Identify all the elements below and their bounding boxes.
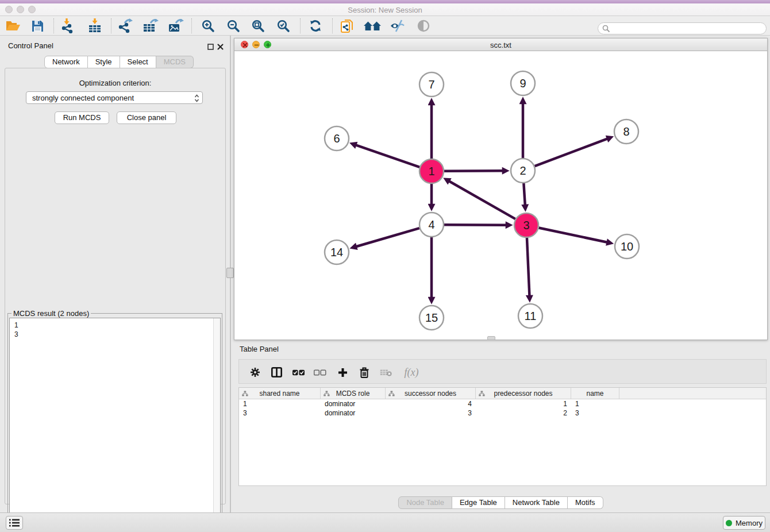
table-cell: 2 [476, 408, 571, 418]
tree-icon [479, 391, 485, 396]
import-network-button[interactable] [57, 18, 78, 34]
network-file-title: scc.txt [234, 41, 767, 49]
add-column-button[interactable] [333, 364, 352, 380]
graph-node-label: 2 [519, 164, 526, 177]
graph-edge-3-10[interactable] [539, 228, 607, 242]
column-header-filler [619, 388, 766, 399]
export-network-button[interactable] [115, 18, 136, 34]
mcds-tab-content: Optimization criterion: strongly connect… [5, 68, 226, 504]
first-neighbors-button[interactable] [362, 18, 383, 34]
mcds-result-textarea[interactable]: 1 3 [9, 318, 221, 530]
column-header-shared-name[interactable]: shared name [239, 388, 321, 399]
main-titlebar: Session: New Session [0, 3, 770, 16]
memory-button[interactable]: Memory [723, 516, 765, 530]
tree-icon [324, 391, 330, 396]
deselect-all-button[interactable] [311, 364, 329, 380]
tab-network-table[interactable]: Network Table [505, 496, 568, 509]
hide-details-button[interactable] [387, 18, 408, 34]
apply-function-button: f(x) [399, 364, 424, 380]
tab-node-table[interactable]: Node Table [398, 496, 452, 509]
graph-node-label: 8 [623, 125, 629, 138]
import-table-button[interactable] [84, 18, 105, 34]
table-cell: 1 [239, 399, 321, 408]
tab-style[interactable]: Style [88, 56, 120, 68]
node-table: shared nameMCDS rolesuccessor nodesprede… [238, 387, 767, 486]
graph-edge-2-8[interactable] [535, 138, 608, 166]
tab-network[interactable]: Network [44, 56, 88, 68]
close-panel-button[interactable]: Close panel [117, 111, 176, 124]
zoom-fit-button[interactable] [248, 18, 268, 34]
tab-edge-table[interactable]: Edge Table [452, 496, 505, 509]
table-settings-button[interactable] [246, 364, 264, 380]
graph-node-label: 7 [428, 78, 434, 91]
import-network-icon [60, 18, 75, 33]
table-row[interactable]: 1dominator411 [239, 399, 766, 408]
tab-select[interactable]: Select [120, 56, 156, 68]
split-columns-button[interactable] [267, 364, 286, 380]
graph-edge-3-1[interactable] [449, 181, 515, 219]
float-panel-icon[interactable] [207, 42, 214, 48]
export-table-button[interactable] [140, 18, 161, 34]
column-header-predecessor-nodes[interactable]: predecessor nodes [476, 388, 571, 399]
table-row[interactable]: 3dominator323 [239, 408, 766, 418]
delete-table-button [376, 364, 395, 380]
tab-mcds[interactable]: MCDS [156, 56, 194, 68]
export-network-icon [117, 18, 133, 33]
column-header-successor-nodes[interactable]: successor nodes [386, 388, 476, 399]
network-canvas[interactable]: 1234678910111415 [234, 51, 767, 340]
optimization-criterion-dropdown[interactable]: strongly connected component [26, 91, 203, 104]
select-all-button[interactable] [290, 364, 308, 380]
gear-icon [250, 367, 260, 377]
run-mcds-button[interactable]: Run MCDS [55, 111, 109, 124]
search-input[interactable] [613, 24, 763, 33]
control-panel-title: Control Panel [8, 41, 53, 50]
graph-edge-4-3[interactable] [444, 225, 506, 225]
graph-node-label: 14 [330, 246, 343, 259]
checked-boxes-icon [292, 369, 305, 376]
graph-edge-2-3[interactable] [523, 183, 525, 205]
contrast-eye-icon [417, 20, 430, 32]
graph-node-label: 1 [428, 165, 434, 178]
graph-edge-1-6[interactable] [356, 145, 419, 167]
toolbar-separator [191, 18, 192, 33]
zoom-out-button[interactable] [223, 18, 244, 34]
toolbar-separator [111, 18, 111, 33]
import-table-icon [87, 18, 102, 33]
toolbar-separator [53, 18, 54, 33]
network-window-titlebar[interactable]: scc.txt [234, 38, 767, 51]
task-history-button[interactable] [6, 516, 23, 530]
save-floppy-icon [32, 20, 44, 32]
horizontal-splitter-handle[interactable] [487, 336, 495, 340]
graph-edge-1-2[interactable] [444, 171, 503, 171]
apply-layout-button[interactable] [305, 18, 326, 34]
zoom-in-button[interactable] [198, 18, 218, 34]
split-panel-icon [271, 367, 282, 377]
graph-edge-3-11[interactable] [527, 238, 529, 296]
save-session-button[interactable] [27, 18, 48, 34]
vertical-splitter-handle[interactable] [226, 268, 234, 278]
close-panel-icon[interactable] [217, 42, 224, 48]
export-image-button[interactable] [165, 18, 186, 34]
table-cell: dominator [321, 408, 386, 418]
toolbar-separator [332, 18, 333, 33]
open-session-button[interactable] [3, 18, 24, 34]
search-field [598, 22, 767, 34]
graph-edge-4-14[interactable] [356, 228, 419, 246]
graph-node-label: 11 [525, 310, 537, 322]
zoom-selected-button[interactable] [273, 18, 294, 34]
tree-icon [388, 391, 395, 396]
table-cell: 1 [571, 399, 619, 408]
stepper-arrows-icon [194, 94, 199, 103]
column-header-name[interactable]: name [571, 388, 619, 399]
delete-column-button[interactable] [355, 364, 374, 380]
unchecked-boxes-icon [314, 369, 326, 376]
column-header-MCDS-role[interactable]: MCDS role [321, 388, 386, 399]
table-cell: 4 [386, 399, 476, 408]
tab-motifs[interactable]: Motifs [568, 496, 603, 509]
open-folder-icon [6, 20, 21, 32]
optimization-criterion-label: Optimization criterion: [5, 79, 225, 87]
clone-network-button[interactable] [337, 18, 357, 34]
table-cell: 3 [386, 408, 476, 418]
table-panel: Table Panel [234, 342, 768, 510]
result-scrollbar[interactable] [213, 318, 220, 529]
